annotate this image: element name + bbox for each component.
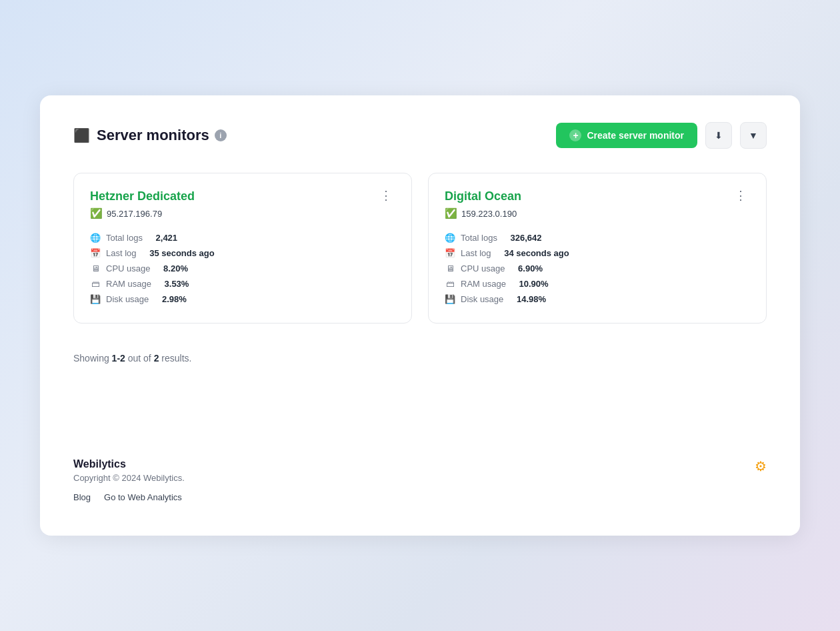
- stat-ram-hetzner: 🗃 RAM usage 3.53%: [90, 279, 395, 289]
- download-button[interactable]: ⬇: [705, 122, 732, 149]
- footer-top: Webilytics Copyright © 2024 Webilytics. …: [73, 458, 767, 502]
- disk-icon-do: 💾: [445, 294, 455, 304]
- server-name-hetzner[interactable]: Hetzner Dedicated: [90, 189, 195, 203]
- server-ip-digitalocean: ✅ 159.223.0.190: [445, 207, 750, 219]
- cpu-stat-icon: 🖥: [90, 263, 101, 273]
- server-stats-digitalocean: 🌐 Total logs 326,642 📅 Last log 34 secon…: [445, 233, 750, 304]
- footer: Webilytics Copyright © 2024 Webilytics. …: [73, 418, 767, 502]
- server-card-hetzner: Hetzner Dedicated ⋮ ✅ 95.217.196.79 🌐 To…: [73, 173, 412, 324]
- header-left: ⬛ Server monitors i: [73, 127, 227, 144]
- card-header-1: Hetzner Dedicated ⋮: [90, 189, 395, 203]
- globe-icon-do: 🌐: [445, 233, 455, 243]
- info-icon[interactable]: i: [215, 129, 227, 141]
- showing-total: 2: [154, 353, 159, 364]
- more-options-digitalocean[interactable]: ⋮: [732, 189, 750, 201]
- cpu-icon: ⬛: [73, 127, 90, 143]
- status-icon-hetzner: ✅: [90, 207, 103, 219]
- disk-icon: 💾: [90, 294, 101, 304]
- ip-address-digitalocean: 159.223.0.190: [461, 209, 517, 219]
- stat-last-log-digitalocean: 📅 Last log 34 seconds ago: [445, 248, 750, 258]
- page-title: Server monitors i: [97, 127, 227, 144]
- out-of-label: out of: [128, 353, 151, 364]
- plus-icon: +: [569, 129, 581, 141]
- more-options-hetzner[interactable]: ⋮: [377, 189, 395, 201]
- calendar-icon-do: 📅: [445, 248, 455, 258]
- stat-last-log-hetzner: 📅 Last log 35 seconds ago: [90, 248, 395, 258]
- filter-icon: ▼: [749, 130, 758, 141]
- status-icon-digitalocean: ✅: [445, 207, 457, 219]
- filter-button[interactable]: ▼: [740, 122, 767, 149]
- ram-icon: 🗃: [90, 279, 101, 289]
- stat-total-logs-hetzner: 🌐 Total logs 2,421: [90, 233, 395, 243]
- pagination-info: Showing 1-2 out of 2 results.: [73, 353, 767, 364]
- gear-icon[interactable]: ⚙: [755, 458, 767, 474]
- server-cards-grid: Hetzner Dedicated ⋮ ✅ 95.217.196.79 🌐 To…: [73, 173, 767, 324]
- globe-icon: 🌐: [90, 233, 101, 243]
- footer-link-web-analytics[interactable]: Go to Web Analytics: [104, 492, 182, 502]
- footer-links: Blog Go to Web Analytics: [73, 492, 185, 502]
- ip-address-hetzner: 95.217.196.79: [107, 209, 162, 219]
- stat-ram-digitalocean: 🗃 RAM usage 10.90%: [445, 279, 750, 289]
- download-icon: ⬇: [715, 130, 723, 141]
- header-right: + Create server monitor ⬇ ▼: [556, 122, 767, 149]
- footer-link-blog[interactable]: Blog: [73, 492, 91, 502]
- stat-cpu-hetzner: 🖥 CPU usage 8.20%: [90, 263, 395, 273]
- results-suffix: results.: [161, 353, 191, 364]
- stat-disk-digitalocean: 💾 Disk usage 14.98%: [445, 294, 750, 304]
- footer-left: Webilytics Copyright © 2024 Webilytics. …: [73, 458, 185, 502]
- server-card-digitalocean: Digital Ocean ⋮ ✅ 159.223.0.190 🌐 Total …: [428, 173, 767, 324]
- ram-icon-do: 🗃: [445, 279, 455, 289]
- server-stats-hetzner: 🌐 Total logs 2,421 📅 Last log 35 seconds…: [90, 233, 395, 304]
- stat-cpu-digitalocean: 🖥 CPU usage 6.90%: [445, 263, 750, 273]
- create-server-monitor-button[interactable]: + Create server monitor: [556, 123, 697, 148]
- showing-range: 1-2: [112, 353, 125, 364]
- page-title-text: Server monitors: [97, 127, 209, 144]
- server-name-digitalocean[interactable]: Digital Ocean: [445, 189, 521, 203]
- showing-prefix: Showing: [73, 353, 109, 364]
- card-header-2: Digital Ocean ⋮: [445, 189, 750, 203]
- footer-brand: Webilytics: [73, 458, 185, 470]
- cpu-stat-icon-do: 🖥: [445, 263, 455, 273]
- calendar-icon: 📅: [90, 248, 101, 258]
- stat-disk-hetzner: 💾 Disk usage 2.98%: [90, 294, 395, 304]
- footer-copyright: Copyright © 2024 Webilytics.: [73, 473, 185, 483]
- main-card: ⬛ Server monitors i + Create server moni…: [40, 95, 800, 536]
- create-button-label: Create server monitor: [587, 130, 684, 141]
- server-ip-hetzner: ✅ 95.217.196.79: [90, 207, 395, 219]
- stat-total-logs-digitalocean: 🌐 Total logs 326,642: [445, 233, 750, 243]
- page-header: ⬛ Server monitors i + Create server moni…: [73, 122, 767, 149]
